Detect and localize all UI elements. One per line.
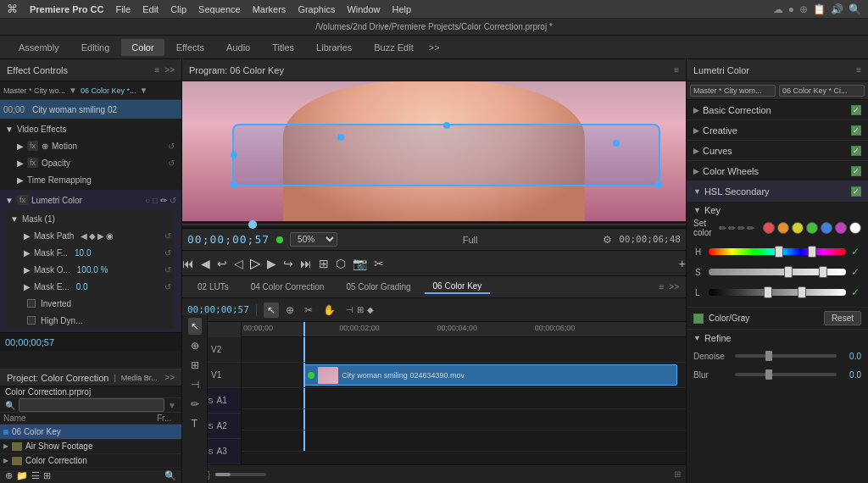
proj-btn-folder[interactable]: 📁	[16, 470, 28, 481]
tab-color[interactable]: Color	[121, 39, 164, 56]
opacity-item[interactable]: ▶ fx Opacity ↺	[3, 154, 178, 171]
swatch-green[interactable]	[806, 222, 818, 234]
tl-scroll-icon[interactable]: ⊞	[674, 469, 681, 479]
tl-tab-grading[interactable]: 05 Color Grading	[337, 280, 419, 293]
mask-expand[interactable]: ▼	[10, 214, 19, 224]
proj-btn-list[interactable]: ☰	[31, 470, 40, 481]
me-reset-icon[interactable]: ↺	[164, 282, 171, 291]
menu-sequence[interactable]: Sequence	[198, 4, 241, 14]
media-browser-tab[interactable]: Media Br...	[121, 374, 158, 382]
l-slider-track[interactable]	[709, 289, 846, 296]
h-check[interactable]: ✓	[851, 246, 860, 258]
tl-marker-icon[interactable]: ◆	[367, 305, 374, 314]
lumetri-rect-icon[interactable]: □	[153, 196, 158, 205]
me-expand[interactable]: ▶	[24, 282, 31, 291]
project-item-color-corr[interactable]: ▶ Color Correction	[0, 454, 181, 469]
tab-buzz-edit[interactable]: Buzz Edit	[364, 39, 423, 56]
menu-markers[interactable]: Markers	[253, 4, 287, 14]
tl-menu-icon[interactable]: ≡	[659, 282, 664, 291]
key-tool-1[interactable]: ✏	[719, 223, 726, 234]
reset-button[interactable]: Reset	[824, 311, 861, 325]
btn-loop2[interactable]: ↪	[283, 257, 293, 270]
tool-select2[interactable]: ⊕	[188, 337, 202, 354]
menu-clip[interactable]: Clip	[170, 4, 186, 14]
l-slider-thumb-right[interactable]	[798, 286, 806, 298]
l-slider-thumb-left[interactable]	[764, 286, 772, 298]
project-more[interactable]: >>	[164, 373, 175, 382]
mf-expand[interactable]: ▶	[24, 248, 31, 258]
curves-checkbox[interactable]: ✓	[851, 146, 861, 156]
item-expand-2[interactable]: ▶	[3, 457, 8, 464]
fit-label[interactable]: Full	[463, 235, 478, 245]
s-slider-thumb-left[interactable]	[784, 266, 793, 278]
mask-overlay[interactable]	[232, 124, 660, 186]
lumetri-reset-icon[interactable]: ↺	[170, 196, 176, 205]
project-item-color-key[interactable]: 06 Color Key	[0, 425, 181, 439]
blur-thumb[interactable]	[765, 369, 772, 380]
mo-expand[interactable]: ▶	[24, 265, 31, 275]
btn-play-back[interactable]: ◁	[234, 257, 243, 270]
mo-reset-icon[interactable]: ↺	[164, 265, 171, 275]
menu-edit[interactable]: Edit	[142, 4, 159, 14]
tab-assembly[interactable]: Assembly	[8, 39, 70, 56]
cw-expand[interactable]: ▶	[693, 167, 699, 175]
creative-checkbox[interactable]: ✓	[851, 125, 861, 136]
lumetri-menu-icon[interactable]: ≡	[856, 65, 861, 75]
workspace-tabs-more[interactable]: >>	[429, 42, 440, 53]
menu-window[interactable]: Window	[347, 4, 380, 14]
mask-point-1[interactable]	[231, 152, 237, 158]
mp-next-icon[interactable]: ▶	[97, 231, 104, 241]
motion-item[interactable]: ▶ fx ⊕ Motion ↺	[3, 137, 178, 154]
tl-tool-select[interactable]: ↖	[264, 303, 279, 318]
s-slider-track[interactable]	[709, 269, 846, 275]
curves-expand[interactable]: ▶	[693, 147, 699, 155]
monitor-settings-icon[interactable]: ⚙	[603, 234, 612, 246]
color-wheels-checkbox[interactable]: ✓	[851, 166, 861, 176]
s-slider-thumb-right[interactable]	[819, 266, 827, 278]
btn-go-end[interactable]: ⏭	[300, 257, 312, 270]
playhead[interactable]	[303, 322, 305, 336]
project-item-air-show[interactable]: ▶ Air Show Footage	[0, 440, 181, 454]
motion-expand[interactable]: ▶	[17, 142, 24, 151]
btn-cam[interactable]: 📷	[353, 257, 367, 270]
menu-file[interactable]: File	[115, 4, 131, 14]
time-remap-item[interactable]: ▶ Time Remapping	[3, 171, 178, 188]
key-tool-4[interactable]: ✏	[747, 223, 754, 234]
tl-tab-luts[interactable]: 02 LUTs	[189, 280, 237, 293]
tool-pen[interactable]: ✏	[188, 396, 202, 413]
lumetri-pen-icon[interactable]: ✏	[160, 196, 167, 205]
project-search-input[interactable]	[19, 398, 164, 412]
btn-clip[interactable]: ✂	[374, 257, 384, 270]
tab-effects[interactable]: Effects	[166, 39, 214, 56]
mp-record-icon[interactable]: ◉	[106, 231, 114, 241]
s-check[interactable]: ✓	[851, 266, 860, 278]
menu-premiere[interactable]: Premiere Pro CC	[30, 4, 103, 14]
key-expand[interactable]: ▼	[693, 206, 701, 214]
btn-safe[interactable]: ⊞	[319, 257, 329, 270]
tab-audio[interactable]: Audio	[216, 39, 260, 56]
mf-reset-icon[interactable]: ↺	[164, 248, 171, 258]
blur-slider[interactable]	[735, 373, 837, 376]
btn-play[interactable]: ▷	[250, 255, 260, 271]
tl-snap-icon[interactable]: ⊣	[346, 305, 353, 314]
mp-prev-icon[interactable]: ◀	[81, 231, 87, 241]
swatch-purple[interactable]	[835, 222, 847, 234]
tl-tool-razor[interactable]: ✂	[301, 303, 316, 318]
tl-out-btn[interactable]: }	[208, 469, 211, 480]
ve-expand-icon[interactable]: ▼	[5, 125, 14, 134]
tl-tab-color-key[interactable]: 06 Color Key	[425, 280, 491, 294]
effect-controls-menu-icon[interactable]: ≡	[154, 65, 159, 75]
tl-tool-hand[interactable]: ✋	[320, 303, 339, 318]
mask-path-expand[interactable]: ▶	[24, 231, 31, 241]
denoise-slider[interactable]	[735, 354, 837, 358]
project-filter-icon[interactable]: ▼	[168, 401, 176, 410]
tool-ripple[interactable]: ⊞	[188, 357, 202, 374]
a2-s-icon[interactable]: S	[209, 422, 214, 430]
tab-titles[interactable]: Titles	[262, 39, 304, 56]
lumetri-ec-expand[interactable]: ▼	[5, 196, 14, 205]
refine-expand[interactable]: ▼	[693, 334, 701, 342]
lumetri-ellipse-icon[interactable]: ○	[145, 196, 150, 205]
mask-point-5[interactable]	[655, 181, 662, 188]
basic-correction-checkbox[interactable]: ✓	[851, 105, 861, 115]
swatch-red[interactable]	[763, 222, 775, 234]
